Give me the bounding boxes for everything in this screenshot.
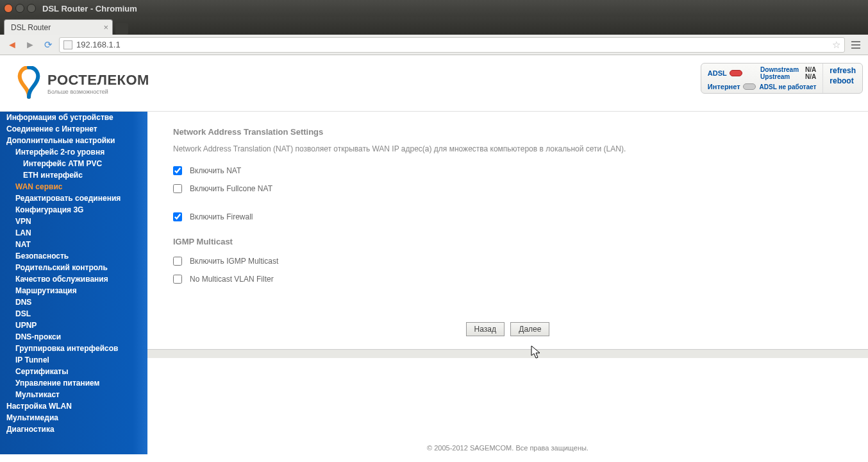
- sidebar-item[interactable]: Соединение с Интернет: [0, 123, 147, 135]
- sidebar-item[interactable]: Группировка интерфейсов: [0, 343, 147, 354]
- checkbox-row: Включить NAT: [173, 166, 842, 175]
- checkbox-label: Включить NAT: [190, 166, 241, 175]
- main-layout: Информация об устройствеСоединение с Инт…: [0, 112, 868, 454]
- sidebar-item[interactable]: UPNP: [0, 320, 147, 331]
- sidebar-item[interactable]: Интерфейс 2-го уровня: [0, 146, 147, 158]
- next-button[interactable]: Далее: [510, 322, 549, 336]
- checkbox-input[interactable]: [173, 184, 182, 193]
- logo-name: РОСТЕЛЕКОМ: [47, 72, 149, 89]
- sidebar-item[interactable]: Сертификаты: [0, 366, 147, 377]
- status-panel: ADSL Downstream Upstream N/A N/A Инте: [701, 63, 863, 94]
- button-row: Назад Далее: [173, 322, 842, 336]
- checkbox-input[interactable]: [173, 257, 182, 266]
- nav-forward-button[interactable]: ►: [23, 38, 37, 52]
- logo-icon: [15, 66, 42, 101]
- new-tab-button[interactable]: [115, 23, 128, 35]
- sidebar-item[interactable]: Редактировать соединения: [0, 193, 147, 204]
- sidebar-item[interactable]: IP Tunnel: [0, 354, 147, 366]
- window-maximize-button[interactable]: [27, 4, 36, 13]
- sidebar-item[interactable]: WAN сервис: [0, 181, 147, 193]
- checkbox-label: No Multicast VLAN Filter: [190, 275, 274, 284]
- browser-tabs-bar: DSL Router ×: [0, 17, 868, 35]
- checkbox-row: Включить Fullcone NAT: [173, 184, 842, 193]
- sidebar-item[interactable]: Родительский контроль: [0, 262, 147, 273]
- checkbox-row: Включить IGMP Multicast: [173, 257, 842, 266]
- sidebar-item[interactable]: Маршрутизация: [0, 285, 147, 296]
- adsl-error-text: ADSL не работает: [760, 83, 817, 90]
- url-bar[interactable]: 192.168.1.1 ☆: [59, 37, 845, 53]
- igmp-section-title: IGMP Multicast: [173, 237, 842, 246]
- reboot-link[interactable]: reboot: [830, 76, 856, 85]
- tab-close-icon[interactable]: ×: [103, 22, 108, 32]
- upstream-value: N/A: [805, 73, 816, 80]
- sidebar-item[interactable]: DNS: [0, 296, 147, 308]
- content-area: Network Address Translation Settings Net…: [147, 112, 868, 454]
- sidebar-item[interactable]: Мультимедиа: [0, 412, 147, 424]
- sidebar-item[interactable]: LAN: [0, 227, 147, 239]
- browser-menu-button[interactable]: [849, 38, 863, 51]
- sidebar-item[interactable]: Конфигурация 3G: [0, 204, 147, 216]
- horizontal-scrollbar[interactable]: [147, 349, 868, 358]
- checkbox-label: Включить Fullcone NAT: [190, 184, 272, 193]
- nat-description: Network Address Translation (NAT) позвол…: [173, 144, 842, 153]
- sidebar-item[interactable]: Диагностика: [0, 424, 147, 435]
- internet-indicator-icon: [743, 83, 756, 90]
- internet-label: Интернет: [708, 83, 740, 90]
- checkbox-label: Включить Firewall: [190, 212, 253, 221]
- sidebar-item[interactable]: VPN: [0, 216, 147, 227]
- checkbox-label: Включить IGMP Multicast: [190, 257, 278, 266]
- refresh-link[interactable]: refresh: [830, 66, 856, 75]
- sidebar[interactable]: Информация об устройствеСоединение с Инт…: [0, 112, 147, 454]
- sidebar-item[interactable]: Управление питанием: [0, 377, 147, 389]
- checkbox-input[interactable]: [173, 212, 182, 221]
- adsl-label: ADSL: [708, 69, 727, 77]
- window-minimize-button[interactable]: [15, 4, 24, 13]
- sidebar-item[interactable]: Качество обслуживания: [0, 273, 147, 285]
- window-title: DSL Router - Chromium: [42, 4, 137, 13]
- bookmark-star-icon[interactable]: ☆: [832, 39, 840, 51]
- logo: РОСТЕЛЕКОМ Больше возможностей: [0, 66, 149, 101]
- checkbox-input[interactable]: [173, 166, 182, 175]
- sidebar-item[interactable]: Мультикаст: [0, 389, 147, 400]
- sidebar-item[interactable]: Интерфейс ATM PVC: [0, 158, 147, 169]
- sidebar-item[interactable]: Настройка WLAN: [0, 400, 147, 412]
- upstream-label: Upstream: [760, 73, 790, 80]
- sidebar-item[interactable]: DNS-прокси: [0, 331, 147, 343]
- adsl-indicator-icon: [730, 70, 742, 76]
- downstream-label: Downstream: [760, 66, 799, 73]
- logo-tagline: Больше возможностей: [47, 89, 149, 95]
- nat-section-title: Network Address Translation Settings: [173, 127, 842, 137]
- sidebar-item[interactable]: Дополнительные настройки: [0, 135, 147, 146]
- downstream-value: N/A: [805, 66, 816, 73]
- site-icon: [63, 40, 72, 49]
- sidebar-item[interactable]: DSL: [0, 308, 147, 320]
- checkbox-input[interactable]: [173, 275, 182, 284]
- reload-button[interactable]: ⟳: [41, 38, 55, 52]
- checkbox-row: Включить Firewall: [173, 212, 842, 221]
- browser-toolbar: ◄ ► ⟳ 192.168.1.1 ☆: [0, 35, 868, 55]
- window-titlebar: DSL Router - Chromium: [0, 0, 868, 17]
- window-close-button[interactable]: [4, 4, 13, 13]
- sidebar-item[interactable]: Безопасность: [0, 250, 147, 262]
- tab-title: DSL Router: [11, 23, 51, 32]
- sidebar-item[interactable]: Информация об устройстве: [0, 112, 147, 123]
- checkbox-row: No Multicast VLAN Filter: [173, 275, 842, 284]
- page-header: РОСТЕЛЕКОМ Больше возможностей ADSL Down…: [0, 55, 868, 112]
- browser-tab[interactable]: DSL Router ×: [4, 19, 113, 35]
- back-button[interactable]: Назад: [466, 322, 505, 336]
- sidebar-item[interactable]: ETH интерфейс: [0, 169, 147, 181]
- footer-text: © 2005-2012 SAGEMCOM. Все права защищены…: [147, 441, 868, 454]
- nav-back-button[interactable]: ◄: [5, 38, 19, 52]
- sidebar-item[interactable]: NAT: [0, 239, 147, 250]
- window-controls: [4, 4, 36, 13]
- url-text: 192.168.1.1: [76, 40, 121, 49]
